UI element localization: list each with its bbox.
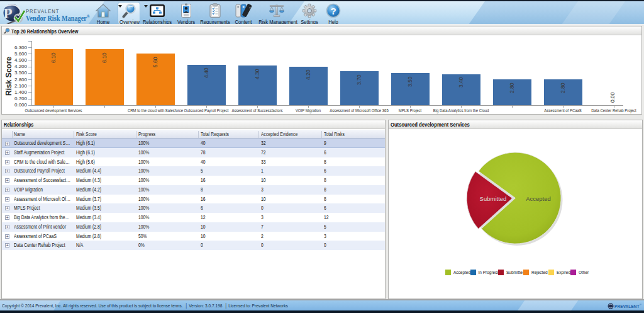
- svg-text:?: ?: [330, 6, 336, 16]
- svg-text:Submitted: Submitted: [480, 195, 507, 202]
- svg-text:P: P: [4, 6, 13, 21]
- svg-text:Accepted: Accepted: [526, 195, 551, 202]
- svg-text:®: ®: [640, 303, 641, 306]
- svg-text:PREVALENT: PREVALENT: [614, 304, 640, 309]
